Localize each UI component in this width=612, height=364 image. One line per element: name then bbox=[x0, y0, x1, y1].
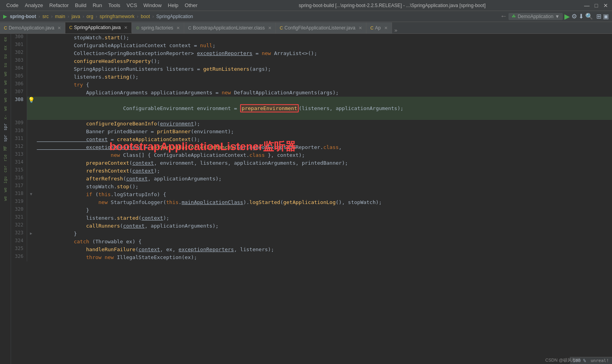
line-number: 325 bbox=[11, 246, 27, 254]
side-label-su1[interactable]: su bbox=[2, 53, 8, 61]
menu-run[interactable]: Run bbox=[89, 2, 105, 9]
breadcrumb-boot[interactable]: boot bbox=[139, 14, 152, 19]
code-editor[interactable]: bootstrapApplicationListener监听器 300 stop… bbox=[11, 34, 612, 364]
table-row: 322 callRunners(context, applicationArgu… bbox=[11, 222, 612, 230]
minimize-button[interactable]: — bbox=[584, 2, 590, 9]
breadcrumb-bar: ▶ spring-boot › src › main › java › org … bbox=[0, 11, 612, 22]
tab-icon-config: C bbox=[280, 26, 283, 30]
menu-vcs[interactable]: VCS bbox=[124, 2, 141, 9]
side-label-we2[interactable]: we bbox=[2, 79, 8, 86]
side-label-spr1[interactable]: spr bbox=[2, 122, 8, 132]
breadcrumb-org[interactable]: org bbox=[85, 14, 95, 19]
tab-close-demo[interactable]: ✕ bbox=[57, 26, 61, 31]
code-table: 300 stopWatch.start(); 301 ConfigurableA… bbox=[11, 34, 612, 261]
table-row: 316 afterRefresh(context, applicationArg… bbox=[11, 175, 612, 183]
table-row: 305 listeners.starting(); bbox=[11, 73, 612, 81]
maximize-button[interactable]: □ bbox=[593, 2, 599, 9]
line-gutter bbox=[27, 151, 35, 159]
line-number: 318 bbox=[11, 191, 27, 199]
breadcrumb-springframework[interactable]: springframework bbox=[98, 14, 136, 19]
bulb-icon[interactable]: 💡 bbox=[28, 97, 35, 103]
tab-springapplication[interactable]: C SpringApplication.java ✕ bbox=[65, 22, 132, 33]
breadcrumb-src[interactable]: src bbox=[41, 14, 50, 19]
tab-close-bootstrap[interactable]: ✕ bbox=[268, 26, 272, 31]
side-label-we4[interactable]: we bbox=[2, 96, 8, 104]
menu-refactor[interactable]: Refactor bbox=[46, 2, 72, 9]
more-tabs-icon[interactable]: » bbox=[392, 27, 400, 33]
side-label-we6[interactable]: we bbox=[2, 186, 8, 194]
menu-tools[interactable]: Tools bbox=[105, 2, 123, 9]
build-icon[interactable]: ⚙ bbox=[571, 13, 577, 20]
line-number: 305 bbox=[11, 73, 27, 81]
tab-bootstrap[interactable]: C BootstrapApplicationListener.class ✕ bbox=[184, 22, 276, 33]
side-label-we5[interactable]: we bbox=[2, 105, 8, 112]
line-code: } bbox=[35, 230, 612, 238]
breadcrumb-main[interactable]: main bbox=[54, 14, 67, 19]
line-number: 324 bbox=[11, 238, 27, 246]
side-label-cor[interactable]: cor bbox=[2, 164, 8, 174]
breadcrumb-project[interactable]: spring-boot bbox=[8, 14, 38, 19]
menu-help[interactable]: Help bbox=[165, 2, 182, 9]
menu-code[interactable]: Code bbox=[3, 2, 22, 9]
close-button[interactable]: ✕ bbox=[603, 2, 609, 9]
split-icon[interactable]: ▣ bbox=[603, 13, 609, 20]
line-number: 310 bbox=[11, 128, 27, 136]
line-code: SpringApplicationRunListeners listeners … bbox=[35, 65, 612, 73]
side-label-mf[interactable]: MF bbox=[2, 144, 8, 152]
line-gutter bbox=[27, 183, 35, 191]
back-icon[interactable]: ← bbox=[500, 12, 507, 20]
tab-ap[interactable]: C Ap ✕ bbox=[366, 22, 392, 33]
run-config-selector[interactable]: ☘ DemoApplication ▼ bbox=[508, 13, 563, 20]
line-code: ConfigurableApplicationContext context =… bbox=[35, 42, 612, 50]
side-label-we7[interactable]: we bbox=[2, 195, 8, 202]
layout-icon[interactable]: ⊞ bbox=[596, 13, 601, 20]
side-label-x[interactable]: x- bbox=[2, 113, 8, 121]
table-row: 317 stopWatch.stop(); bbox=[11, 183, 612, 191]
breadcrumb-class[interactable]: SpringApplication bbox=[155, 14, 194, 19]
line-gutter bbox=[27, 136, 35, 143]
line-gutter bbox=[27, 159, 35, 167]
side-label-igu[interactable]: igu bbox=[2, 175, 8, 185]
fold-arrow-2[interactable]: ▶ bbox=[30, 231, 32, 235]
tab-close-ap[interactable]: ✕ bbox=[384, 26, 388, 31]
menu-other[interactable]: Other bbox=[181, 2, 201, 9]
window-controls: — □ ✕ bbox=[584, 2, 609, 9]
toolbar-actions: ← ☘ DemoApplication ▼ ▶ ⚙ ⬇ 🔍 ⊞ ▣ bbox=[500, 12, 609, 21]
run-config-chevron: ▼ bbox=[555, 14, 560, 19]
line-gutter bbox=[27, 128, 35, 136]
line-code: new Class[] { ConfigurableApplicationCon… bbox=[35, 151, 612, 159]
menu-build[interactable]: Build bbox=[72, 2, 89, 9]
breadcrumb-java[interactable]: java bbox=[70, 14, 82, 19]
table-row: 319 new StartupInfoLogger(this.mainAppli… bbox=[11, 199, 612, 206]
menu-window[interactable]: Window bbox=[140, 2, 165, 9]
side-label-we3[interactable]: we bbox=[2, 87, 8, 95]
menu-analyze[interactable]: Analyze bbox=[22, 2, 46, 9]
line-code: Collection<SpringBootExceptionReporter> … bbox=[35, 50, 612, 57]
line-code: configureHeadlessProperty(); bbox=[35, 57, 612, 65]
line-number: 311 bbox=[11, 136, 27, 143]
tab-close-factories[interactable]: ✕ bbox=[176, 26, 180, 31]
side-label-ex1[interactable]: ex bbox=[2, 35, 8, 43]
main-area: ex ex su su we we we we we x- spr spr MF… bbox=[0, 34, 612, 364]
fold-arrow[interactable]: ▼ bbox=[30, 192, 32, 196]
tab-factories[interactable]: ⚙ spring.factories ✕ bbox=[132, 22, 184, 33]
line-gutter bbox=[27, 143, 35, 151]
tab-close-config[interactable]: ✕ bbox=[359, 26, 362, 31]
tab-close-spring[interactable]: ✕ bbox=[124, 25, 128, 30]
debug-icon[interactable]: ⬇ bbox=[579, 13, 584, 20]
line-gutter bbox=[27, 246, 35, 254]
side-label-ex2[interactable]: ex bbox=[2, 44, 8, 52]
side-label-su2[interactable]: su bbox=[2, 61, 8, 69]
table-row: 308 💡 ConfigurableEnvironment environmen… bbox=[11, 97, 612, 120]
tab-label-factories: spring.factories bbox=[141, 25, 173, 31]
line-number: 307 bbox=[11, 89, 27, 97]
search-icon[interactable]: 🔍 bbox=[585, 13, 593, 20]
line-number: 308 bbox=[11, 97, 27, 120]
side-label-rie[interactable]: rie bbox=[2, 153, 8, 163]
side-label-we1[interactable]: we bbox=[2, 70, 8, 78]
side-label-spr2[interactable]: spr bbox=[2, 133, 8, 143]
tab-demoapplication[interactable]: C DemoApplication.java ✕ bbox=[0, 22, 65, 33]
run-button[interactable]: ▶ bbox=[564, 12, 570, 21]
tab-configfile[interactable]: C ConfigFileApplicationListener.java ✕ bbox=[276, 22, 366, 33]
line-gutter: ▶ bbox=[27, 230, 35, 238]
